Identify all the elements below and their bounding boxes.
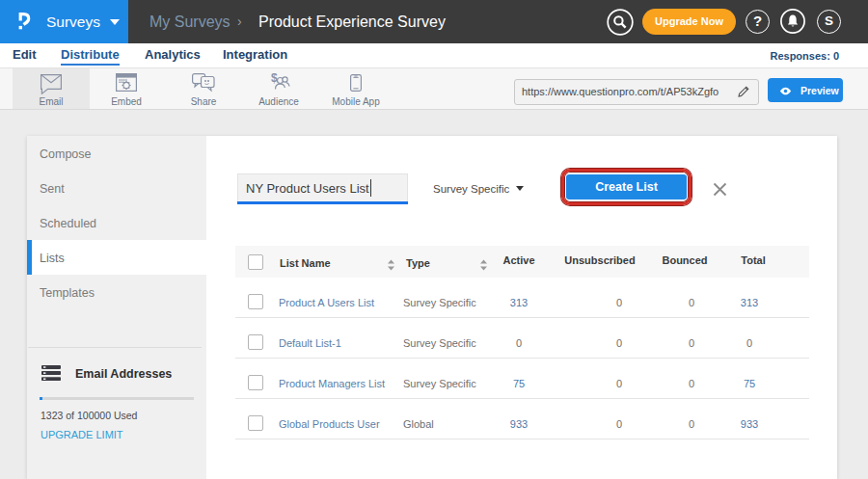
svg-text:$: $ [271,72,278,85]
